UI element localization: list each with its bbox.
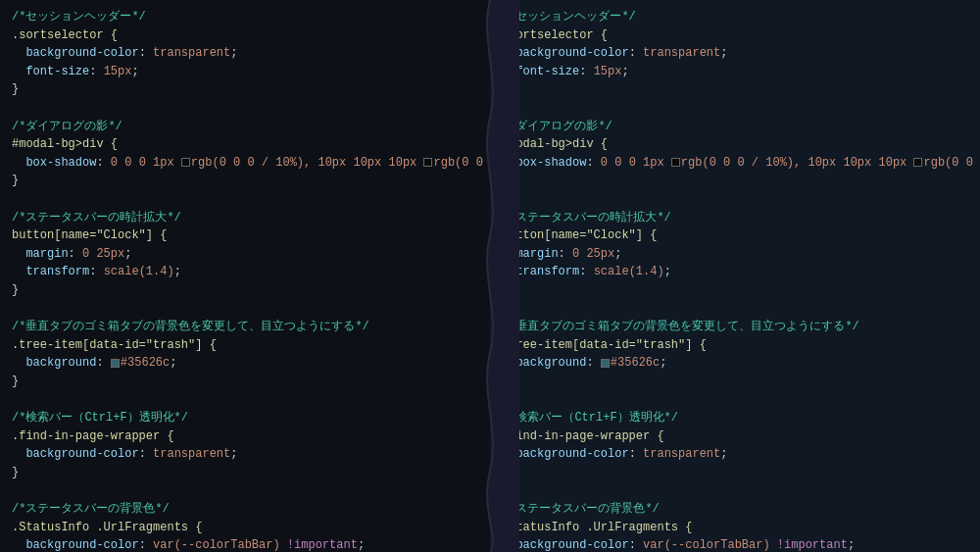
property-line: background: #35626c; — [12, 354, 478, 373]
comment-line: /*ステータスバーの時計拡大*/ — [12, 209, 478, 227]
comment-line: /*検索バー（Ctrl+F）透明化*/ — [12, 409, 478, 427]
close-brace: } — [12, 464, 478, 482]
blank-line — [502, 99, 968, 118]
comment-line: /*ステータスバーの背景色*/ — [12, 500, 478, 519]
comment-line: /*垂直タブのゴミ箱タブの背景色を変更して、目立つようにする*/ — [12, 318, 478, 336]
close-brace: } — [502, 373, 968, 391]
right-code-panel: /*セッションヘッダー*/ .sortselector { background… — [490, 0, 980, 552]
close-brace: } — [12, 281, 478, 300]
property-line: margin: 0 25px; — [12, 245, 478, 264]
property-line: background: #35626c; — [502, 354, 968, 373]
property-line: box-shadow: 0 0 0 1px rgb(0 0 0 / 10%), … — [502, 154, 968, 173]
comment-line: /*ステータスバーの背景色*/ — [502, 500, 968, 519]
selector-line: #modal-bg>div { — [502, 135, 968, 154]
property-line: box-shadow: 0 0 0 1px rgb(0 0 0 / 10%), … — [12, 154, 478, 173]
selector-line: .tree-item[data-id="trash"] { — [12, 336, 478, 355]
selector-line: .find-in-page-wrapper { — [12, 427, 478, 446]
blank-line — [502, 190, 968, 209]
selector-line: .find-in-page-wrapper { — [502, 427, 968, 446]
property-line: background-color: transparent; — [12, 445, 478, 464]
selector-line: .StatusInfo .UrlFragments { — [502, 519, 968, 537]
blank-line — [12, 99, 478, 118]
comment-line: /*検索バー（Ctrl+F）透明化*/ — [502, 409, 968, 427]
comment-line: /*セッションヘッダー*/ — [502, 8, 968, 26]
close-brace: } — [12, 80, 478, 99]
comment-line: /*ステータスバーの時計拡大*/ — [502, 209, 968, 227]
blank-line — [12, 390, 478, 409]
property-line: background-color: transparent; — [502, 445, 968, 464]
close-brace: } — [502, 80, 968, 99]
close-brace: } — [502, 172, 968, 190]
comment-line: /*セッションヘッダー*/ — [12, 8, 478, 26]
selector-line: button[name="Clock"] { — [502, 226, 968, 245]
property-line: margin: 0 25px; — [502, 245, 968, 264]
property-line: font-size: 15px; — [12, 63, 478, 81]
close-brace: } — [502, 281, 968, 300]
property-line: transform: scale(1.4); — [502, 263, 968, 281]
selector-line: #modal-bg>div { — [12, 135, 478, 154]
selector-line: .StatusInfo .UrlFragments { — [12, 519, 478, 537]
left-code-content: /*セッションヘッダー*/ .sortselector { background… — [12, 8, 478, 552]
close-brace: } — [12, 172, 478, 190]
right-code-content: /*セッションヘッダー*/ .sortselector { background… — [502, 8, 968, 552]
comment-line: /*ダイアログの影*/ — [12, 118, 478, 136]
close-brace: } — [502, 464, 968, 482]
property-line: background-color: var(--colorTabBar) !im… — [502, 536, 968, 552]
left-code-panel: /*セッションヘッダー*/ .sortselector { background… — [0, 0, 490, 552]
comment-line: /*ダイアログの影*/ — [502, 118, 968, 136]
property-line: font-size: 15px; — [502, 63, 968, 81]
property-line: background-color: transparent; — [12, 44, 478, 63]
selector-line: .sortselector { — [502, 26, 968, 45]
selector-line: .tree-item[data-id="trash"] { — [502, 336, 968, 355]
blank-line — [12, 190, 478, 209]
selector-line: button[name="Clock"] { — [12, 226, 478, 245]
blank-line — [12, 481, 478, 500]
property-line: background-color: var(--colorTabBar) !im… — [12, 536, 478, 552]
close-brace: } — [12, 373, 478, 391]
comment-line: /*垂直タブのゴミ箱タブの背景色を変更して、目立つようにする*/ — [502, 318, 968, 336]
blank-line — [502, 390, 968, 409]
blank-line — [12, 300, 478, 319]
blank-line — [502, 300, 968, 319]
property-line: transform: scale(1.4); — [12, 263, 478, 281]
selector-line: .sortselector { — [12, 26, 478, 45]
property-line: background-color: transparent; — [502, 44, 968, 63]
blank-line — [502, 481, 968, 500]
